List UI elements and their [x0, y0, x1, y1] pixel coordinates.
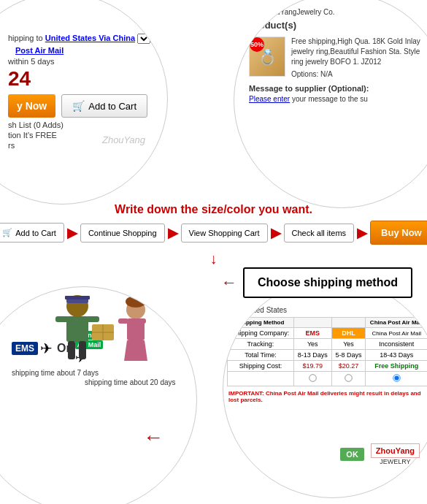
cell-total-label: Total Time: [228, 350, 294, 361]
enter-link[interactable]: Please enter [249, 95, 290, 103]
cell-cost-ems: $19.79 [293, 361, 331, 372]
brand-watermark: ZhouYang [371, 443, 420, 458]
radio-china[interactable] [393, 374, 400, 381]
wish-list-text: sh List (0 Adds) [8, 121, 168, 129]
cart-icon-step: 🛒 [2, 228, 12, 237]
brand-sub: JEWELRY [371, 458, 420, 465]
col-header-dhl [331, 318, 366, 328]
cell-dhl-logo: DHL [331, 328, 366, 339]
watermark2: OK ZhouYang JEWELRY [340, 443, 420, 465]
product-description: Free shipping,High Qua. 18K Gold Inlay j… [291, 37, 427, 67]
svg-rect-7 [79, 341, 86, 359]
cell-tracking-label: Tracking: [228, 339, 294, 350]
watermark-text: ZhouYang [102, 134, 145, 145]
arrow-3: ▶ [271, 225, 281, 241]
delivery-illustration [48, 286, 165, 372]
us-flag-icon [227, 305, 240, 314]
within-days-text: within 5 days [8, 57, 168, 66]
cell-china-label: China Post Air Mail [366, 328, 427, 339]
svg-rect-6 [68, 341, 75, 359]
svg-marker-14 [124, 340, 147, 361]
table-row-company: Shipping Company: EMS DHL China Post Air… [228, 328, 428, 339]
table-row-cost: Shipping Cost: $19.79 $20.27 Free Shippi… [228, 361, 428, 372]
shipping-time-china: shipping time about 20 days [85, 378, 194, 386]
col-header-ems [293, 318, 331, 328]
price-display: 24 [8, 67, 168, 91]
step-buy-now-button[interactable]: Buy Now [370, 221, 427, 245]
options-line: Options: N/A [291, 70, 427, 78]
cell-tracking-ems: Yes [293, 339, 331, 350]
step-add-to-cart-button[interactable]: 🛒 Add to Cart [0, 223, 64, 243]
step-view-shopping-button[interactable]: View Shopping Cart [181, 224, 268, 243]
cell-total-china: 18-43 Days [366, 350, 427, 361]
shipping-table: Shipping Method China Post Air Mail Ship… [227, 317, 427, 386]
air-mail-link[interactable]: Post Air Mail [15, 46, 168, 55]
cell-radio-ems[interactable] [293, 372, 331, 386]
cell-cost-label: Shipping Cost: [228, 361, 294, 372]
important-note: IMPORTANT: China Post Air Mail deliverie… [227, 389, 427, 405]
svg-rect-4 [55, 316, 69, 322]
circle-bottom-left: EMS ✈ Or China Post Air Mail ✈ shipping … [0, 286, 197, 504]
arrow-right-bottom: ← [143, 426, 164, 449]
arrow-2: ▶ [168, 225, 178, 241]
arrow-down: ↓ [0, 251, 427, 267]
cell-total-ems: 8-13 Days [293, 350, 331, 361]
arrow-1: ▶ [67, 225, 77, 241]
buy-btn-row: y Now 🛒 Add to Cart [8, 94, 168, 118]
svg-rect-5 [86, 316, 99, 322]
product-image: 50% 💍 [249, 37, 285, 77]
cell-company-label: Shipping Company: [228, 328, 294, 339]
products-title: Product(s) [249, 20, 427, 31]
table-row-radio[interactable] [228, 372, 428, 386]
svg-rect-3 [66, 316, 88, 342]
table-row-total: Total Time: 8-13 Days 5-8 Days 18-43 Day… [228, 350, 428, 361]
table-row-tracking: Tracking: Yes Yes Inconsistent [228, 339, 428, 350]
cell-ems-logo: EMS [293, 328, 331, 339]
top-section: hipping to United States Via China ▾ Pos… [0, 0, 427, 197]
arrow-left: ← [221, 273, 237, 292]
add-to-cart-button[interactable]: 🛒 Add to Cart [61, 94, 147, 118]
shipping-link[interactable]: United States Via China [45, 34, 135, 42]
step-continue-shopping-button[interactable]: Continue Shopping [80, 224, 165, 243]
message-label: Message to supplier (Optional): [249, 84, 427, 93]
shipping-to-text: hipping to United States Via China ▾ [8, 34, 168, 44]
circle-left: hipping to United States Via China ▾ Pos… [0, 0, 168, 205]
cell-radio-dhl[interactable] [331, 372, 366, 386]
bottom-section: EMS ✈ Or China Post Air Mail ✈ shipping … [0, 301, 427, 469]
cell-cost-china: Free Shipping [366, 361, 427, 372]
buy-now-button[interactable]: y Now [8, 94, 55, 118]
us-flag-row: United States [227, 305, 427, 314]
choose-shipping-box: Choose shipping method [243, 267, 412, 298]
col-header-company: Shipping Method [228, 318, 294, 328]
important-label: IMPORTANT: [228, 390, 264, 397]
radio-ems[interactable] [309, 374, 316, 381]
cell-tracking-china: Inconsistent [366, 339, 427, 350]
shipping-method-row: ← Choose shipping method [0, 267, 427, 298]
cell-radio-china[interactable] [366, 372, 427, 386]
message-section: Message to supplier (Optional): Please e… [249, 84, 427, 103]
radio-dhl[interactable] [345, 374, 352, 381]
ok-button[interactable]: OK [340, 448, 364, 461]
country-name: United States [243, 306, 287, 314]
cell-radio-label [228, 372, 294, 386]
col-header-china: China Post Air Mail [366, 318, 427, 328]
discount-badge: 50% [250, 37, 264, 52]
shipping-dropdown[interactable]: ▾ [137, 34, 150, 44]
message-hint: your message to the su [292, 95, 368, 103]
write-down-text: Write down the size/color you want. [0, 203, 427, 216]
step-row: 🛒 Add to Cart ▶ Continue Shopping ▶ View… [0, 221, 427, 245]
svg-rect-16 [136, 318, 146, 324]
product-row: 50% 💍 Free shipping,High Qua. 18K Gold I… [249, 37, 427, 78]
cell-total-dhl: 5-8 Days [331, 350, 366, 361]
cell-cost-dhl: $20.27 [331, 361, 366, 372]
arrow-4: ▶ [357, 225, 367, 241]
cell-tracking-dhl: Yes [331, 339, 366, 350]
svg-rect-15 [118, 318, 128, 324]
circle-right: ner: ZhouYangJewelry Co. Product(s) 50% … [234, 0, 427, 208]
circle-bottom-right: United States Shipping Method China Post… [223, 279, 427, 498]
step-check-all-button[interactable]: Check all items [284, 224, 355, 243]
seller-line: ner: ZhouYangJewelry Co. [249, 8, 427, 16]
cart-icon: 🛒 [72, 100, 85, 112]
ems-logo: EMS [12, 342, 38, 355]
